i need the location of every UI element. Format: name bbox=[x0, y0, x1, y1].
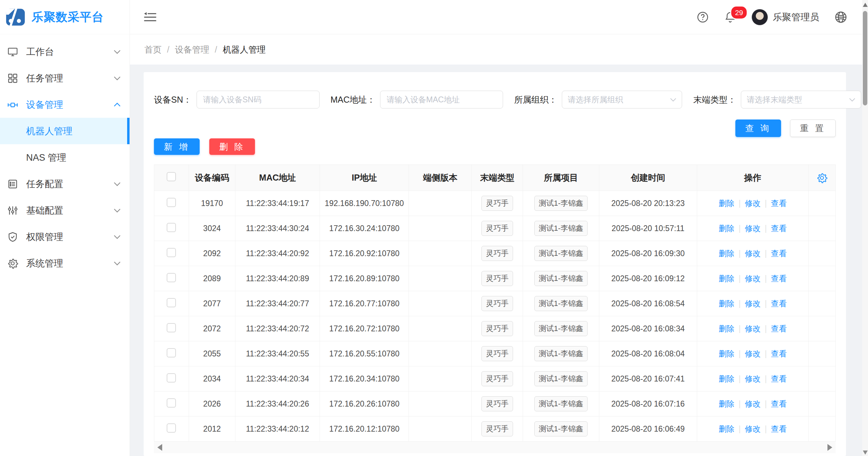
row-action-view[interactable]: 查看 bbox=[771, 424, 787, 433]
scroll-up-arrow-icon[interactable] bbox=[863, 3, 868, 7]
row-action-view[interactable]: 查看 bbox=[771, 349, 787, 358]
horizontal-scrollbar[interactable] bbox=[154, 442, 836, 453]
column-settings-gear-icon[interactable] bbox=[809, 165, 836, 191]
notification-bell-icon[interactable]: 29 bbox=[724, 11, 736, 23]
row-action-delete[interactable]: 删除 bbox=[719, 399, 734, 408]
sidebar-collapse-button[interactable] bbox=[144, 11, 157, 23]
terminal-type-label: 末端类型： bbox=[693, 94, 736, 105]
row-action-delete[interactable]: 删除 bbox=[719, 224, 734, 233]
row-action-view[interactable]: 查看 bbox=[771, 224, 787, 233]
row-action-edit[interactable]: 修改 bbox=[745, 324, 760, 333]
row-action-delete[interactable]: 删除 bbox=[719, 349, 734, 358]
row-action-view[interactable]: 查看 bbox=[771, 274, 787, 283]
action-separator: | bbox=[765, 199, 767, 208]
row-checkbox[interactable] bbox=[167, 298, 176, 307]
search-button[interactable]: 查 询 bbox=[735, 119, 781, 137]
terminal-type-select[interactable]: 请选择末端类型 bbox=[741, 91, 861, 109]
sidebar-item-task-config[interactable]: 任务配置 bbox=[0, 171, 130, 197]
breadcrumb-home[interactable]: 首页 bbox=[144, 44, 162, 55]
action-separator: | bbox=[765, 349, 767, 358]
row-action-delete[interactable]: 删除 bbox=[719, 199, 734, 208]
filter-bar: 设备SN： MAC地址： 所属组织： 请选择所属组织 bbox=[154, 91, 836, 109]
row-action-view[interactable]: 查看 bbox=[771, 249, 787, 258]
sidebar-item-nas-management[interactable]: NAS 管理 bbox=[0, 144, 130, 171]
row-action-delete[interactable]: 删除 bbox=[719, 299, 734, 308]
row-action-edit[interactable]: 修改 bbox=[745, 374, 760, 383]
row-action-view[interactable]: 查看 bbox=[771, 399, 787, 408]
row-checkbox[interactable] bbox=[167, 423, 176, 433]
user-menu[interactable]: 乐聚管理员 bbox=[752, 9, 819, 25]
sidebar-item-basic-config[interactable]: 基础配置 bbox=[0, 197, 130, 224]
row-action-edit[interactable]: 修改 bbox=[745, 349, 760, 358]
row-checkbox[interactable] bbox=[167, 248, 176, 257]
cell-actions: 删除|修改|查看 bbox=[697, 191, 809, 216]
sidebar-item-task-management[interactable]: 任务管理 bbox=[0, 65, 130, 91]
chevron-down-icon bbox=[114, 261, 121, 265]
vertical-scrollbar[interactable] bbox=[862, 0, 868, 456]
reset-button[interactable]: 重 置 bbox=[790, 119, 836, 137]
row-action-delete[interactable]: 删除 bbox=[719, 249, 734, 258]
sidebar-item-system-management[interactable]: 系统管理 bbox=[0, 250, 130, 276]
scroll-right-arrow-icon[interactable] bbox=[827, 444, 832, 451]
scroll-left-arrow-icon[interactable] bbox=[157, 444, 162, 451]
cell-device-code: 2055 bbox=[189, 341, 235, 366]
terminal-type-tag: 灵巧手 bbox=[481, 296, 513, 311]
row-action-delete[interactable]: 删除 bbox=[719, 374, 734, 383]
row-checkbox[interactable] bbox=[167, 273, 176, 282]
sidebar-item-robot-management[interactable]: 机器人管理 bbox=[0, 118, 130, 144]
scroll-down-arrow-icon[interactable] bbox=[863, 451, 868, 455]
cell-gear-spacer bbox=[809, 266, 836, 291]
row-action-view[interactable]: 查看 bbox=[771, 299, 787, 308]
table-row: 2012 11:22:33:44:20:12 172.16.20.12:1078… bbox=[154, 417, 836, 442]
cell-project: 测试1-李锦鑫 bbox=[523, 291, 599, 316]
row-checkbox[interactable] bbox=[167, 198, 176, 207]
vertical-scrollbar-thumb[interactable] bbox=[863, 11, 867, 105]
device-sn-input[interactable] bbox=[197, 91, 320, 109]
cell-project: 测试1-李锦鑫 bbox=[523, 266, 599, 291]
row-action-delete[interactable]: 删除 bbox=[719, 324, 734, 333]
robot-table: 设备编码 MAC地址 IP地址 端侧版本 末端类型 所属项目 创建时间 操作 bbox=[154, 164, 836, 453]
cell-mac: 11:22:33:44:20:72 bbox=[235, 316, 320, 341]
row-action-edit[interactable]: 修改 bbox=[745, 274, 760, 283]
sidebar-item-permission-management[interactable]: 权限管理 bbox=[0, 224, 130, 250]
terminal-type-placeholder: 请选择末端类型 bbox=[747, 94, 802, 105]
row-action-view[interactable]: 查看 bbox=[771, 199, 787, 208]
mac-input[interactable] bbox=[380, 91, 503, 109]
row-checkbox[interactable] bbox=[167, 348, 176, 357]
globe-icon[interactable] bbox=[834, 11, 847, 24]
select-all-checkbox[interactable] bbox=[167, 172, 176, 181]
row-action-edit[interactable]: 修改 bbox=[745, 249, 760, 258]
cell-edge-version bbox=[409, 341, 472, 366]
sidebar-item-device-management[interactable]: 设备管理 bbox=[0, 91, 130, 118]
row-action-delete[interactable]: 删除 bbox=[719, 424, 734, 433]
app-window: 乐聚数采平台 工作台 任务管理 设备管理 bbox=[0, 0, 868, 456]
row-action-edit[interactable]: 修改 bbox=[745, 199, 760, 208]
sidebar-item-workbench[interactable]: 工作台 bbox=[0, 38, 130, 65]
help-icon[interactable] bbox=[697, 11, 709, 23]
row-checkbox[interactable] bbox=[167, 373, 176, 383]
app-title: 乐聚数采平台 bbox=[32, 9, 104, 25]
sidebar-item-label: 任务配置 bbox=[26, 178, 114, 190]
filter-mac: MAC地址： bbox=[331, 91, 503, 109]
row-action-edit[interactable]: 修改 bbox=[745, 299, 760, 308]
breadcrumb-device-management[interactable]: 设备管理 bbox=[175, 44, 209, 55]
row-action-edit[interactable]: 修改 bbox=[745, 399, 760, 408]
cell-terminal-type: 灵巧手 bbox=[471, 291, 523, 316]
row-checkbox[interactable] bbox=[167, 398, 176, 408]
add-button[interactable]: 新 增 bbox=[154, 138, 200, 155]
row-action-view[interactable]: 查看 bbox=[771, 324, 787, 333]
row-action-view[interactable]: 查看 bbox=[771, 374, 787, 383]
row-checkbox[interactable] bbox=[167, 223, 176, 232]
terminal-type-tag: 灵巧手 bbox=[481, 246, 513, 261]
delete-button[interactable]: 删 除 bbox=[209, 138, 255, 155]
organization-select[interactable]: 请选择所属组织 bbox=[562, 91, 682, 109]
organization-placeholder: 请选择所属组织 bbox=[568, 94, 623, 105]
grid-icon bbox=[7, 72, 19, 84]
project-tag: 测试1-李锦鑫 bbox=[534, 196, 588, 211]
sidebar-item-label: 工作台 bbox=[26, 46, 114, 58]
row-action-edit[interactable]: 修改 bbox=[745, 424, 760, 433]
table-row: 2077 11:22:33:44:20:77 172.16.20.77:1078… bbox=[154, 291, 836, 316]
row-action-delete[interactable]: 删除 bbox=[719, 274, 734, 283]
row-action-edit[interactable]: 修改 bbox=[745, 224, 760, 233]
row-checkbox[interactable] bbox=[167, 323, 176, 332]
